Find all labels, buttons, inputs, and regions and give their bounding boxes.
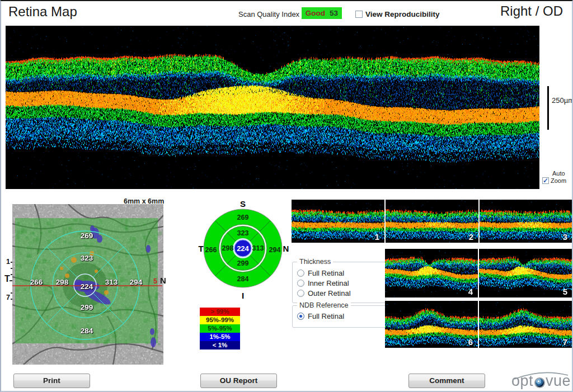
scan-thumbnail-image	[479, 301, 572, 348]
scan-index-top-label: 1	[6, 258, 10, 266]
etdrs-value-inferior-inner: 299	[237, 259, 249, 267]
etdrs-value-temporal-inner: 298	[222, 244, 234, 252]
thickness-panel-title: Thickness	[297, 258, 333, 266]
view-reproducibility-label: View Reproducibility	[365, 10, 440, 18]
auto-zoom-control: Auto Zoom	[542, 170, 566, 184]
etdrs-value-inferior-outer: 284	[237, 275, 249, 283]
fundus-value-nasal-outer: 294	[130, 278, 143, 286]
etdrs-thickness-chart: S I T N 269 323 266 298 313 294 299 284 …	[194, 197, 292, 300]
scan-thumbnail-1[interactable]: 1	[292, 200, 384, 243]
scan-thumbnail-number: 5	[563, 287, 567, 296]
auto-zoom-checkbox[interactable]	[542, 177, 549, 184]
scan-thumbnail-number: 1	[375, 232, 379, 242]
scan-thumbnail-7[interactable]: 7	[479, 301, 572, 348]
active-scan-number-label: 5	[153, 277, 157, 285]
page-title: Retina Map	[8, 4, 77, 20]
legend-row: > 99%	[200, 308, 240, 316]
scan-thumbnail-number: 3	[563, 232, 567, 242]
scan-thumbnail-image	[292, 200, 384, 243]
auto-zoom-label-line2: Zoom	[551, 177, 566, 184]
app-window: Retina Map Scan Quality Index Good 53 Vi…	[0, 0, 573, 392]
etdrs-value-center: 224	[237, 244, 249, 253]
thickness-option-outer-retinal[interactable]: Outer Retinal	[297, 289, 386, 297]
thickness-option-label: Full Retinal	[308, 269, 344, 277]
etdrs-value-superior-outer: 269	[237, 214, 249, 221]
eye-side-label: Right / OD	[500, 3, 563, 19]
scan-thumbnail-number: 7	[563, 337, 567, 347]
scan-thumbnail-2[interactable]: 2	[386, 200, 478, 243]
scan-thumbnail-image	[386, 200, 478, 243]
fundus-value-inferior-outer: 284	[81, 327, 93, 335]
scan-thumbnail-image	[385, 301, 478, 348]
fundus-value-superior-outer: 269	[81, 232, 93, 240]
ndb-option-label: Full Retinal	[308, 312, 344, 320]
etdrs-nasal-label: N	[283, 244, 289, 253]
scan-thumbnail-number: 4	[468, 287, 473, 296]
logo-text-prefix: opt	[511, 372, 533, 390]
print-button[interactable]: Print	[13, 374, 90, 388]
comment-button[interactable]: Comment	[408, 374, 485, 388]
auto-zoom-label-line1: Auto	[552, 170, 566, 177]
scan-thumbnail-image	[480, 200, 572, 243]
etdrs-value-nasal-inner: 313	[252, 244, 264, 252]
scan-quality-badge: Good 53	[302, 7, 342, 19]
thickness-option-label: Outer Retinal	[308, 289, 351, 297]
scan-quality-label: Scan Quality Index	[238, 10, 299, 18]
etdrs-inferior-label: I	[242, 291, 244, 300]
scan-thumbnail-image	[385, 249, 478, 297]
scan-thumbnail-3[interactable]: 3	[480, 200, 572, 243]
thickness-option-inner-retinal[interactable]: Inner Retinal	[297, 279, 386, 287]
etdrs-value-superior-inner: 323	[237, 229, 249, 237]
probability-legend: > 99% 95%-99% 5%-95% 1%-5% < 1%	[200, 308, 240, 350]
scan-thumbnail-6[interactable]: 6	[385, 301, 478, 348]
fundus-value-nasal-inner: 313	[105, 278, 118, 286]
scan-thumbnail-image	[479, 249, 572, 297]
scan-thumbnail-4[interactable]: 4	[385, 249, 478, 297]
eye-icon	[534, 377, 545, 388]
scale-bar	[547, 86, 549, 130]
fundus-map[interactable]: 269 323 266 298 224 313 294 299 284	[12, 204, 163, 365]
etdrs-temporal-label: T	[198, 244, 203, 253]
ou-report-button[interactable]: OU Report	[200, 374, 277, 388]
logo-text-suffix: vue	[546, 372, 571, 390]
oct-bscan-image	[6, 26, 539, 189]
etdrs-superior-label: S	[240, 199, 246, 209]
legend-row: 1%-5%	[200, 333, 240, 341]
temporal-axis-label: T	[4, 274, 10, 284]
thickness-panel: Thickness Full Retinal Inner Retinal Out…	[292, 262, 386, 303]
scan-index-bottom-label: 7	[6, 294, 10, 301]
thickness-option-full-retinal[interactable]: Full Retinal	[297, 269, 386, 277]
scan-thumbnail-number: 6	[468, 337, 473, 347]
fundus-value-temporal-inner: 298	[56, 278, 69, 286]
legend-row: 5%-95%	[200, 324, 240, 333]
ndb-option-full-retinal[interactable]: Full Retinal	[297, 312, 386, 320]
legend-row: 95%-99%	[200, 316, 240, 324]
radio-icon	[297, 290, 304, 297]
scan-thumbnail-5[interactable]: 5	[479, 249, 572, 297]
fundus-value-inferior-inner: 299	[81, 303, 93, 311]
view-reproducibility-checkbox[interactable]	[355, 11, 363, 18]
scale-bar-label: 250µm	[552, 96, 573, 105]
thickness-option-label: Inner Retinal	[308, 279, 349, 287]
radio-icon	[297, 280, 304, 287]
scan-thumbnail-number: 2	[469, 232, 473, 242]
nasal-axis-label: N	[160, 276, 166, 285]
ndb-reference-panel: NDB Reference Full Retinal	[292, 305, 386, 328]
fundus-value-superior-inner: 323	[81, 254, 93, 262]
optovue-logo: optvue	[510, 366, 572, 391]
radio-icon	[297, 270, 304, 277]
fundus-value-temporal-outer: 266	[30, 278, 43, 286]
etdrs-value-nasal-outer: 294	[269, 246, 281, 254]
legend-row: < 1%	[200, 341, 240, 350]
scan-quality-status: Good	[306, 9, 325, 17]
scan-quality-value: 53	[330, 9, 338, 17]
etdrs-value-temporal-outer: 266	[205, 246, 217, 254]
fundus-value-center: 224	[81, 282, 93, 291]
radio-icon	[297, 313, 304, 320]
ndb-reference-panel-title: NDB Reference	[297, 301, 351, 309]
